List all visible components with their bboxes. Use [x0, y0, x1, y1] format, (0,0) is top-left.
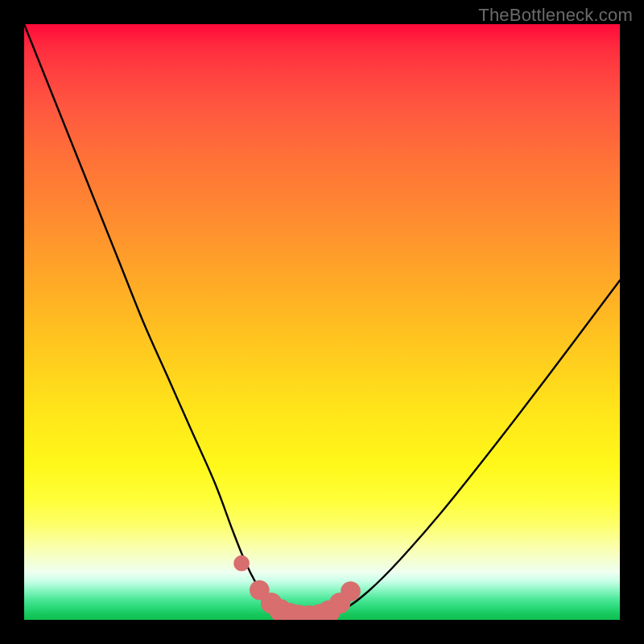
- plot-area: [24, 24, 620, 620]
- curve-layer: [24, 24, 620, 620]
- chart-frame: TheBottleneck.com: [0, 0, 644, 644]
- bottleneck-curve: [24, 24, 620, 617]
- marker-dot: [233, 555, 250, 572]
- watermark-text: TheBottleneck.com: [478, 5, 633, 26]
- marker-dot: [341, 581, 361, 601]
